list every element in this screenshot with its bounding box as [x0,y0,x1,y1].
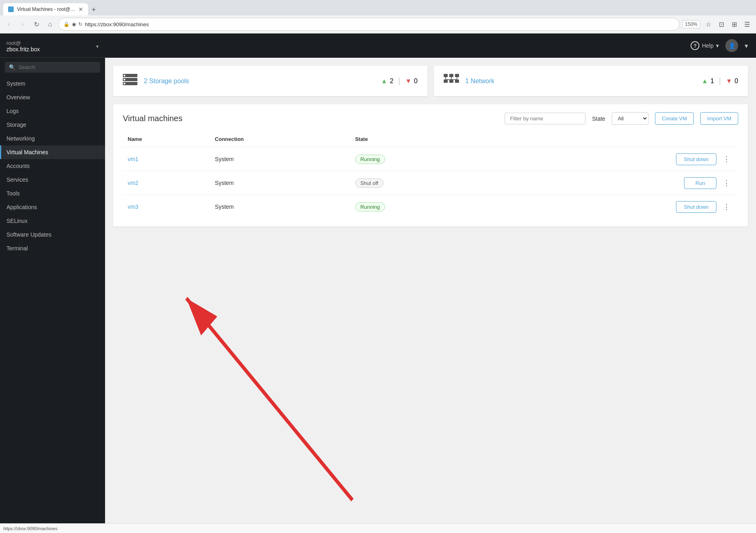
sidebar-user-chevron[interactable]: ▾ [96,44,99,49]
search-input[interactable] [19,64,96,70]
network-title[interactable]: 1 Network [465,78,495,85]
sidebar-user-bottom: zbox.fritz.box [6,46,40,52]
reload-button[interactable]: ↻ [31,19,42,30]
svg-rect-9 [449,74,453,77]
sidebar-item-software-updates[interactable]: Software Updates [0,228,105,241]
sidebar-item-overview[interactable]: Overview [0,90,105,104]
user-menu-chevron[interactable]: ▾ [745,42,748,50]
stat-down-arrow: ▼ [405,78,412,85]
sidebar-item-overview-label: Overview [6,94,30,101]
sidebar-item-storage-label: Storage [6,122,26,128]
vm-name-link-1[interactable]: vm2 [128,180,138,186]
tab-favicon [8,6,14,12]
vm-table: Name Connection State vm1 System Running [123,133,738,218]
back-button[interactable]: ‹ [3,19,15,30]
vm-actions-cell-1: Run ⋮ [495,171,738,195]
new-tab-button[interactable]: + [88,4,99,15]
svg-rect-8 [444,74,448,77]
user-avatar[interactable]: 👤 [725,39,738,52]
vm-name-cell-2: vm3 [123,195,210,219]
vm-state-cell-0: Running [350,147,495,171]
forward-button[interactable]: › [17,19,28,30]
stat-up-arrow: ▲ [381,78,387,85]
vm-state-badge-1: Shut off [355,178,384,188]
vm-actions-1: Run ⋮ [499,177,733,189]
vm-header: Virtual machines State All Running Shut … [123,112,738,125]
browser-tabs: Virtual Machines - root@… ✕ + [0,0,756,15]
reader-icon[interactable]: ⊡ [716,19,727,30]
svg-rect-7 [124,83,125,84]
sidebar-item-tools[interactable]: Tools [0,187,105,200]
sidebar-user: root@ zbox.fritz.box [6,40,40,52]
vm-more-button-2[interactable]: ⋮ [720,201,733,213]
sidebar-item-system-label: System [6,80,25,87]
sidebar-item-networking-label: Networking [6,135,35,142]
tab-title: Virtual Machines - root@… [17,6,75,12]
vm-state-cell-2: Running [350,195,495,219]
vm-name-cell-0: vm1 [123,147,210,171]
sidebar-item-accounts[interactable]: Accounts [0,159,105,173]
home-button[interactable]: ⌂ [44,19,56,30]
sidebar-item-logs-label: Logs [6,108,19,114]
vm-name-cell-1: vm2 [123,171,210,195]
sidebar-item-virtual-machines[interactable]: Virtual Machines [0,145,105,159]
sidebar-item-terminal[interactable]: Terminal [0,241,105,255]
vm-table-header: Name Connection State [123,133,738,147]
sidebar-item-storage[interactable]: Storage [0,118,105,132]
svg-line-1 [186,298,352,500]
storage-pools-stats: ▲ 2 | ▼ 0 [381,76,418,86]
svg-rect-12 [449,80,453,83]
vm-state-badge-0: Running [355,155,385,164]
sidebar-item-selinux[interactable]: SELinux [0,214,105,228]
vm-action-button-1[interactable]: Run [684,177,716,189]
vm-more-button-0[interactable]: ⋮ [720,153,733,165]
storage-pools-icon [123,74,137,88]
bookmark-icon[interactable]: ☆ [703,19,714,30]
vm-name-link-2[interactable]: vm3 [128,204,138,210]
vm-table-body: vm1 System Running Shut down ⋮ vm2 Syste… [123,147,738,219]
browser-tab-active[interactable]: Virtual Machines - root@… ✕ [3,3,88,15]
network-stat-down-value: 0 [735,78,738,85]
container-icon[interactable]: ⊞ [729,19,740,30]
status-url: https://zbox:9090/machines [3,526,57,531]
import-vm-button[interactable]: Import VM [700,112,738,125]
app-main-row: 🔍 System Overview Logs Storage Net [0,58,756,523]
storage-stat-down-value: 0 [414,78,418,85]
search-icon: 🔍 [9,64,15,70]
network-stat-down: ▼ 0 [726,78,738,85]
reload-small-icon: ↻ [78,21,82,27]
vm-actions-cell-2: Shut down ⋮ [495,195,738,219]
menu-icon[interactable]: ☰ [741,19,753,30]
sidebar-item-terminal-label: Terminal [6,245,28,252]
vm-filter-input[interactable] [505,113,585,124]
network-down-arrow: ▼ [726,78,732,85]
tab-close-button[interactable]: ✕ [78,6,83,13]
vm-action-button-2[interactable]: Shut down [676,201,716,213]
network-stat-divider: | [719,76,721,86]
network-card: 1 Network ▲ 1 | ▼ 0 [434,66,748,96]
storage-stat-down: ▼ 0 [405,78,418,85]
help-menu[interactable]: ? Help ▾ [691,41,719,50]
security-icon: ◉ [72,21,76,27]
vm-name-link-0[interactable]: vm1 [128,156,138,162]
zoom-level[interactable]: 150% [682,20,700,28]
svg-rect-6 [124,79,125,80]
sidebar-item-logs[interactable]: Logs [0,104,105,118]
vm-connection-cell-0: System [210,147,350,171]
svg-rect-10 [455,74,459,77]
sidebar-item-applications[interactable]: Applications [0,200,105,214]
network-stat-up: ▲ 1 [701,78,714,85]
sidebar-item-accounts-label: Accounts [6,163,30,169]
vm-action-button-0[interactable]: Shut down [676,153,716,165]
address-bar[interactable]: 🔒 ◉ ↻ https://zbox:9090/machines [58,18,680,31]
sidebar-item-system[interactable]: System [0,77,105,90]
storage-pools-title[interactable]: 2 Storage pools [144,78,189,85]
sidebar-item-networking[interactable]: Networking [0,132,105,145]
vm-state-select[interactable]: All Running Shut off [612,112,649,125]
vm-more-button-1[interactable]: ⋮ [720,177,733,189]
col-actions [495,133,738,147]
svg-rect-13 [455,80,459,83]
sidebar-item-services[interactable]: Services [0,173,105,187]
create-vm-button[interactable]: Create VM [655,112,694,125]
network-stats: ▲ 1 | ▼ 0 [701,76,738,86]
